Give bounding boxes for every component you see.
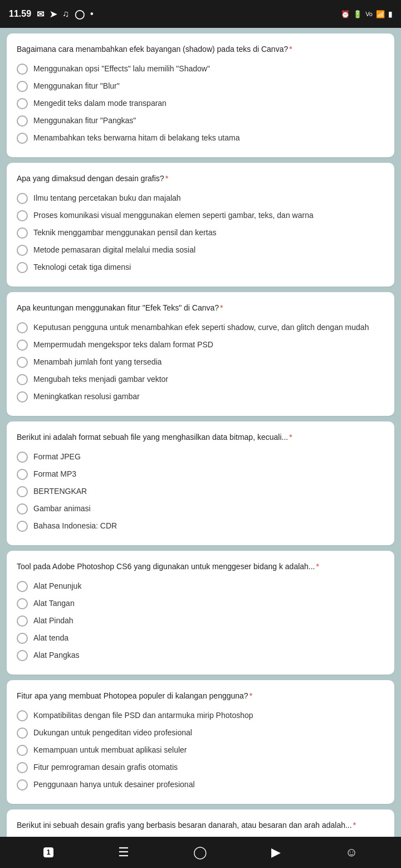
- radio-3-4[interactable]: [17, 391, 28, 403]
- radio-1-3[interactable]: [17, 115, 28, 127]
- status-bar: 11.59 ✉ ➤ ♫ ◯ • ⏰ 🔋 Vo 📶 ▮: [0, 0, 401, 28]
- option-row-1-2[interactable]: Mengedit teks dalam mode transparan: [17, 98, 384, 109]
- required-star-4: *: [289, 433, 292, 442]
- option-label-2-3: Metode pemasaran digital melalui media s…: [33, 244, 195, 255]
- option-label-1-1: Menggunakan fitur "Blur": [33, 80, 120, 91]
- option-row-6-3[interactable]: Fitur pemrograman desain grafis otomatis: [17, 762, 384, 773]
- option-row-4-3[interactable]: Gambar animasi: [17, 503, 384, 515]
- radio-5-2[interactable]: [17, 615, 28, 627]
- option-row-2-4[interactable]: Teknologi cetak tiga dimensi: [17, 261, 384, 273]
- home-icon[interactable]: ◯: [193, 845, 207, 860]
- option-row-1-4[interactable]: Menambahkan teks berwarna hitam di belak…: [17, 132, 384, 144]
- radio-2-2[interactable]: [17, 227, 28, 239]
- radio-2-0[interactable]: [17, 193, 28, 204]
- option-label-6-2: Kemampuan untuk membuat aplikasi seluler: [33, 744, 187, 755]
- question-text-5: Tool pada Adobe Photoshop CS6 yang digun…: [17, 561, 384, 573]
- option-label-6-3: Fitur pemrograman desain grafis otomatis: [33, 762, 178, 773]
- option-label-2-0: Ilmu tentang percetakan buku dan majalah: [33, 192, 181, 203]
- option-label-6-1: Dukungan untuk pengeditan video profesio…: [33, 727, 192, 738]
- question-card-4: Berikut ini adalah format sebuah file ya…: [7, 421, 394, 545]
- notification-badge: 1: [43, 847, 54, 857]
- radio-6-3[interactable]: [17, 762, 28, 773]
- radio-5-4[interactable]: [17, 650, 28, 661]
- back-icon[interactable]: ▶: [271, 845, 281, 860]
- time-display: 11.59: [9, 9, 31, 19]
- option-label-4-4: Bahasa Indonesia: CDR: [33, 520, 117, 531]
- option-row-3-4[interactable]: Meningkatkan resolusi gambar: [17, 391, 384, 403]
- status-left: 11.59 ✉ ➤ ♫ ◯ •: [9, 9, 94, 20]
- radio-2-3[interactable]: [17, 245, 28, 256]
- option-row-4-4[interactable]: Bahasa Indonesia: CDR: [17, 520, 384, 532]
- radio-5-3[interactable]: [17, 633, 28, 644]
- option-row-5-3[interactable]: Alat tenda: [17, 632, 384, 644]
- option-row-3-1[interactable]: Mempermudah mengekspor teks dalam format…: [17, 339, 384, 351]
- option-label-6-0: Kompatibilitas dengan file PSD dan antar…: [33, 710, 253, 721]
- option-row-5-4[interactable]: Alat Pangkas: [17, 649, 384, 661]
- menu-icon[interactable]: ☰: [118, 845, 129, 860]
- instagram-icon: ◯: [75, 9, 85, 20]
- option-label-4-0: Format JPEG: [33, 451, 81, 462]
- radio-3-2[interactable]: [17, 357, 28, 368]
- option-row-5-1[interactable]: Alat Tangan: [17, 598, 384, 609]
- battery-icon: ▮: [388, 10, 392, 18]
- option-label-2-1: Proses komunikasi visual menggunakan ele…: [33, 210, 314, 221]
- option-row-2-1[interactable]: Proses komunikasi visual menggunakan ele…: [17, 210, 384, 221]
- option-row-6-2[interactable]: Kemampuan untuk membuat aplikasi seluler: [17, 744, 384, 756]
- option-row-4-0[interactable]: Format JPEG: [17, 451, 384, 463]
- radio-4-4[interactable]: [17, 521, 28, 532]
- question-text-3: Apa keuntungan menggunakan fitur "Efek T…: [17, 302, 384, 314]
- option-label-4-3: Gambar animasi: [33, 503, 91, 514]
- option-row-1-1[interactable]: Menggunakan fitur "Blur": [17, 80, 384, 92]
- radio-1-4[interactable]: [17, 133, 28, 144]
- option-row-5-0[interactable]: Alat Penunjuk: [17, 580, 384, 592]
- option-row-6-4[interactable]: Penggunaan hanya untuk desainer profesio…: [17, 779, 384, 791]
- radio-1-1[interactable]: [17, 81, 28, 92]
- vo-icon: Vo: [365, 11, 373, 17]
- option-label-3-1: Mempermudah mengekspor teks dalam format…: [33, 339, 213, 350]
- whatsapp-icon: ✉: [37, 9, 44, 20]
- radio-4-0[interactable]: [17, 452, 28, 463]
- radio-3-3[interactable]: [17, 374, 28, 385]
- option-row-3-0[interactable]: Keputusan pengguna untuk menambahkan efe…: [17, 322, 384, 333]
- radio-3-0[interactable]: [17, 322, 28, 333]
- option-label-5-2: Alat Pindah: [33, 615, 74, 626]
- radio-5-1[interactable]: [17, 598, 28, 609]
- option-row-5-2[interactable]: Alat Pindah: [17, 615, 384, 627]
- option-label-6-4: Penggunaan hanya untuk desainer profesio…: [33, 779, 195, 790]
- option-row-1-0[interactable]: Menggunakan opsi "Effects" lalu memilih …: [17, 63, 384, 75]
- radio-2-4[interactable]: [17, 262, 28, 273]
- option-row-2-3[interactable]: Metode pemasaran digital melalui media s…: [17, 244, 384, 256]
- option-row-6-0[interactable]: Kompatibilitas dengan file PSD dan antar…: [17, 710, 384, 721]
- radio-1-0[interactable]: [17, 64, 28, 75]
- required-star-3: *: [220, 303, 223, 312]
- radio-6-1[interactable]: [17, 728, 28, 739]
- radio-6-0[interactable]: [17, 710, 28, 721]
- option-row-2-2[interactable]: Teknik menggambar menggunakan pensil dan…: [17, 227, 384, 239]
- option-row-3-3[interactable]: Mengubah teks menjadi gambar vektor: [17, 374, 384, 385]
- option-row-4-2[interactable]: BERTENGKAR: [17, 486, 384, 497]
- radio-4-1[interactable]: [17, 469, 28, 480]
- radio-1-2[interactable]: [17, 98, 28, 109]
- question-text-7: Berikut ini sebuah desain grafis yang be…: [17, 819, 384, 831]
- option-row-4-1[interactable]: Format MP3: [17, 468, 384, 480]
- option-label-5-1: Alat Tangan: [33, 598, 75, 609]
- option-label-3-4: Meningkatkan resolusi gambar: [33, 391, 140, 402]
- question-text-2: Apa yang dimaksud dengan desain grafis?*: [17, 173, 384, 185]
- radio-6-2[interactable]: [17, 745, 28, 756]
- radio-3-1[interactable]: [17, 340, 28, 351]
- option-row-2-0[interactable]: Ilmu tentang percetakan buku dan majalah: [17, 192, 384, 204]
- radio-4-2[interactable]: [17, 486, 28, 497]
- option-label-1-0: Menggunakan opsi "Effects" lalu memilih …: [33, 63, 210, 74]
- person-icon[interactable]: ☺: [345, 845, 358, 860]
- required-star-6: *: [250, 691, 252, 700]
- option-row-1-3[interactable]: Menggunakan fitur "Pangkas": [17, 115, 384, 127]
- bottom-bar: 1 ☰ ◯ ▶ ☺: [0, 837, 401, 868]
- option-row-6-1[interactable]: Dukungan untuk pengeditan video profesio…: [17, 727, 384, 739]
- option-row-3-2[interactable]: Menambah jumlah font yang tersedia: [17, 356, 384, 368]
- radio-5-0[interactable]: [17, 581, 28, 592]
- radio-2-1[interactable]: [17, 210, 28, 221]
- radio-6-4[interactable]: [17, 779, 28, 791]
- signal-icon: 📶: [376, 10, 385, 18]
- question-text-4: Berikut ini adalah format sebuah file ya…: [17, 431, 384, 443]
- radio-4-3[interactable]: [17, 503, 28, 515]
